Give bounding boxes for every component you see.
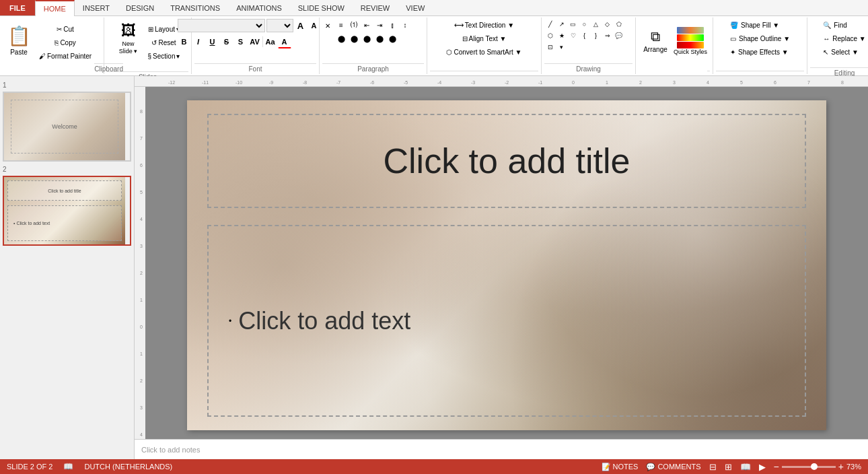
case-button[interactable]: Aa: [264, 35, 277, 48]
zoom-in-button[interactable]: +: [838, 461, 844, 472]
shape-outline-button[interactable]: ▭ Shape Outline ▼: [728, 32, 792, 44]
columns-button[interactable]: ⫿: [386, 19, 398, 31]
underline-button[interactable]: U: [206, 35, 219, 48]
tab-animations[interactable]: ANIMATIONS: [228, 0, 290, 15]
svg-text:-6: -6: [370, 80, 374, 85]
shape-callout-button[interactable]: 💬: [614, 30, 624, 41]
replace-button[interactable]: ↔ Replace ▼: [821, 32, 867, 44]
text-direction-button[interactable]: ⟷ Text Direction ▼: [443, 19, 524, 31]
tab-transitions[interactable]: TRANSITIONS: [162, 0, 228, 15]
slide-1-thumb[interactable]: Welcome: [3, 92, 131, 162]
notes-text: Click to add notes: [141, 446, 200, 454]
align-text-button[interactable]: ⊟ Align Text ▼: [443, 32, 524, 44]
shape-flow-button[interactable]: ⊡: [545, 42, 556, 53]
char-spacing-button[interactable]: AV: [248, 35, 262, 48]
shape-triangle-button[interactable]: △: [591, 19, 602, 30]
arrange-button[interactable]: ⧉ Arrange: [639, 20, 672, 62]
slide-canvas[interactable]: Click to add title • Click to add text: [187, 100, 826, 430]
shape-arrow-button[interactable]: ↗: [556, 19, 567, 30]
justify-button[interactable]: ⬤: [373, 32, 386, 44]
shape-fill-icon: 🪣: [730, 22, 738, 29]
svg-text:8: 8: [841, 80, 844, 85]
file-tab[interactable]: FILE: [0, 0, 35, 15]
shadow-button[interactable]: S: [234, 35, 248, 48]
tab-review[interactable]: REVIEW: [353, 0, 398, 15]
bold-button[interactable]: B: [178, 35, 191, 48]
select-button[interactable]: ↖ Select ▼: [821, 46, 860, 58]
reading-view-button[interactable]: 📖: [740, 462, 751, 472]
align-left-button[interactable]: ⬤: [335, 32, 347, 44]
shape-bracket-button[interactable]: {: [579, 30, 590, 41]
slide-sorter-button[interactable]: ⊞: [725, 462, 732, 472]
tab-home[interactable]: HOME: [35, 0, 75, 16]
bullet-list-button[interactable]: ≡: [335, 19, 347, 31]
tab-design[interactable]: DESIGN: [118, 0, 162, 15]
arrange-icon: ⧉: [651, 29, 660, 44]
slide-info: SLIDE 2 OF 2: [7, 463, 52, 471]
tab-slideshow[interactable]: SLIDE SHOW: [290, 0, 353, 15]
find-button[interactable]: 🔍 Find: [821, 19, 848, 31]
shape-effects-icon: ✦: [730, 48, 735, 56]
font-color-button[interactable]: A: [278, 35, 291, 48]
font-grow-button[interactable]: A: [295, 20, 307, 32]
cut-button[interactable]: ✂ Cut: [36, 23, 94, 35]
slide-2-thumb[interactable]: Click to add title • Click to add text: [3, 176, 131, 246]
convert-smartart-button[interactable]: ⬡ Convert to SmartArt ▼: [443, 46, 524, 58]
shape-star-button[interactable]: ★: [556, 30, 567, 41]
spell-check-icon[interactable]: 📖: [63, 462, 73, 471]
zoom-out-button[interactable]: −: [774, 461, 779, 472]
new-slide-button[interactable]: 🖼 New Slide ▾: [113, 19, 144, 58]
smartart-icon: ⬡: [446, 48, 452, 56]
font-family-select[interactable]: [178, 19, 265, 32]
svg-text:4: 4: [140, 217, 143, 222]
comments-button[interactable]: 💬 COMMENTS: [646, 463, 700, 471]
normal-view-button[interactable]: ⊟: [709, 462, 717, 472]
notes-button[interactable]: 📝 NOTES: [602, 463, 639, 471]
svg-text:-4: -4: [437, 80, 441, 85]
paste-button[interactable]: 📋 Paste: [3, 20, 35, 61]
shape-effects-button[interactable]: ✦ Shape Effects ▼: [728, 46, 791, 58]
font-shrink-button[interactable]: A: [308, 20, 320, 32]
increase-indent-button[interactable]: ⇥: [373, 19, 386, 31]
notes-area[interactable]: Click to add notes: [135, 439, 868, 459]
align-right-button[interactable]: ⬤: [361, 32, 373, 44]
shape-hexagon-button[interactable]: ⬡: [545, 30, 556, 41]
cut-icon: ✂: [57, 26, 62, 33]
slideshow-button[interactable]: ▶: [759, 462, 766, 472]
italic-button[interactable]: I: [192, 35, 205, 48]
font-size-select[interactable]: [266, 19, 293, 32]
line-spacing-button[interactable]: ↕: [399, 19, 411, 31]
shape-oval-button[interactable]: ○: [579, 19, 590, 30]
tab-view[interactable]: VIEW: [398, 0, 433, 15]
numbering-button[interactable]: ⑴: [348, 19, 360, 31]
tab-insert[interactable]: INSERT: [75, 0, 118, 15]
align-center-button[interactable]: ⬤: [348, 32, 360, 44]
svg-text:-3: -3: [471, 80, 475, 85]
shape-brace-button[interactable]: }: [591, 30, 602, 41]
distribute-button[interactable]: ⬤: [386, 32, 398, 44]
zoom-slider[interactable]: [782, 466, 836, 468]
text-direction-icon: ⟷: [454, 22, 464, 29]
svg-text:5: 5: [140, 190, 143, 195]
svg-text:-1: -1: [538, 80, 542, 85]
svg-text:7: 7: [140, 136, 143, 141]
shape-more-button[interactable]: ▾: [556, 42, 567, 53]
format-painter-button[interactable]: 🖌 Format Painter: [36, 50, 94, 62]
shape-rect-button[interactable]: ▭: [568, 19, 579, 30]
slide-2-number: 2: [3, 166, 131, 173]
shape-arrow2-button[interactable]: ⇒: [602, 30, 613, 41]
strikethrough-button[interactable]: S: [220, 35, 233, 48]
content-placeholder[interactable]: • Click to add text: [207, 225, 806, 417]
quick-styles-button[interactable]: Quick Styles: [674, 20, 707, 62]
shape-line-button[interactable]: ╱: [545, 19, 556, 30]
shape-diamond-button[interactable]: ◇: [602, 19, 613, 30]
svg-text:0: 0: [572, 80, 575, 85]
shape-pentagon-button[interactable]: ⬠: [614, 19, 624, 30]
title-placeholder[interactable]: Click to add title: [207, 114, 806, 208]
decrease-indent-button[interactable]: ⇤: [361, 19, 373, 31]
shape-fill-button[interactable]: 🪣 Shape Fill ▼: [728, 19, 781, 31]
svg-text:1: 1: [140, 351, 143, 356]
slide-1-number: 1: [3, 81, 131, 89]
shape-heart-button[interactable]: ♡: [568, 30, 579, 41]
copy-button[interactable]: ⎘ Copy: [36, 36, 94, 48]
